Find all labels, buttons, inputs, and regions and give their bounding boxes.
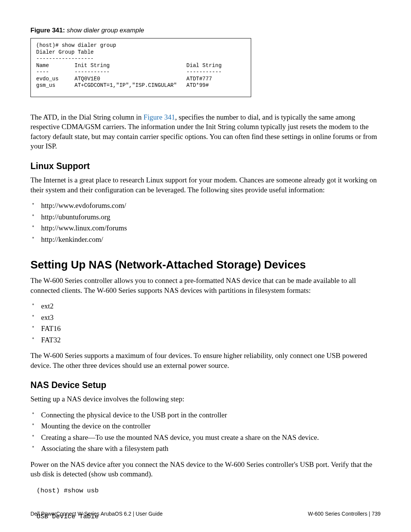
list-item: FAT16 xyxy=(30,323,381,334)
figure-caption: Figure 341: show dialer group example xyxy=(30,27,381,34)
paragraph-setup-power: Power on the NAS device after you connec… xyxy=(30,460,381,479)
command-block: (host) #show usb USB Device Table ------… xyxy=(37,484,381,532)
list-item: http://ubuntuforums.org xyxy=(30,211,381,222)
footer-page-number: 739 xyxy=(372,511,381,517)
page: Figure 341: show dialer group example (h… xyxy=(0,0,411,532)
footer-section: W-600 Series Controllers | xyxy=(308,511,370,517)
heading-linux-support: Linux Support xyxy=(30,161,381,171)
list-item: http://www.linux.com/forums xyxy=(30,222,381,233)
para1-a: The ATD, in the Dial String column in xyxy=(30,113,143,121)
list-item: http://kenkinder.com/ xyxy=(30,234,381,245)
heading-nas-setup: NAS Device Setup xyxy=(30,380,381,390)
figure-ref-link[interactable]: Figure 341 xyxy=(143,113,175,121)
setup-steps-list: Connecting the physical device to the US… xyxy=(30,409,381,454)
paragraph-atd: The ATD, in the Dial String column in Fi… xyxy=(30,112,381,152)
paragraph-nas-intro: The W-600 Series controller allows you t… xyxy=(30,276,381,295)
footer-left: Dell PowerConnect W-Series ArubaOS 6.2 |… xyxy=(30,511,162,517)
list-item: ext2 xyxy=(30,300,381,312)
filesystem-list: ext2 ext3 FAT16 FAT32 xyxy=(30,300,381,345)
page-footer: Dell PowerConnect W-Series ArubaOS 6.2 |… xyxy=(30,511,381,517)
footer-right: W-600 Series Controllers | 739 xyxy=(308,511,381,517)
paragraph-nas-max: The W-600 Series supports a maximum of f… xyxy=(30,351,381,370)
figure-title: show dialer group example xyxy=(67,27,144,34)
list-item: Connecting the physical device to the US… xyxy=(30,409,381,420)
list-item: ext3 xyxy=(30,312,381,323)
list-item: Associating the share with a filesystem … xyxy=(30,443,381,454)
list-item: http://www.evdoforums.com/ xyxy=(30,200,381,211)
list-item: FAT32 xyxy=(30,334,381,345)
paragraph-linux: The Internet is a great place to researc… xyxy=(30,175,381,195)
list-item: Mounting the device on the controller xyxy=(30,420,381,431)
figure-label: Figure 341: xyxy=(30,27,65,34)
figure-code-box: (host)# show dialer group Dialer Group T… xyxy=(30,38,251,97)
linux-links-list: http://www.evdoforums.com/ http://ubuntu… xyxy=(30,200,381,245)
list-item: Creating a share—To use the mounted NAS … xyxy=(30,432,381,443)
heading-nas: Setting Up NAS (Network-Attached Storage… xyxy=(30,259,381,271)
paragraph-setup-intro: Setting up a NAS device involves the fol… xyxy=(30,394,381,404)
